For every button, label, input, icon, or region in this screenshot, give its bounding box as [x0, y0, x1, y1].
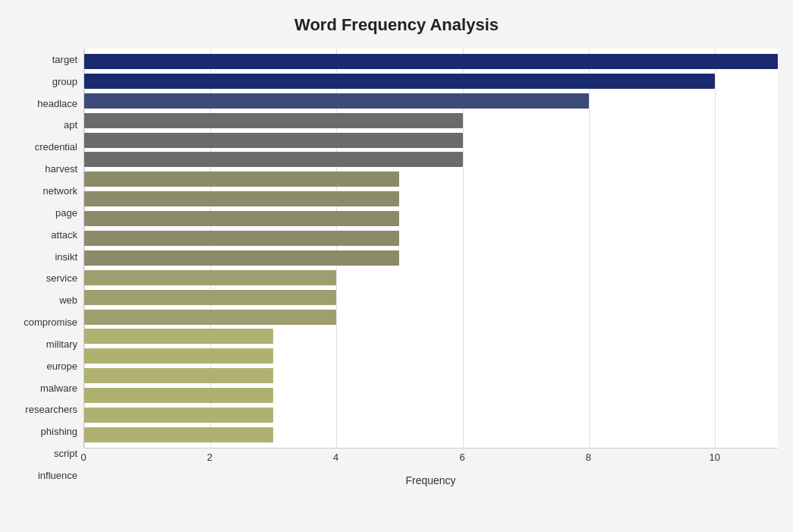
bar-credential — [84, 133, 463, 148]
bar-row-influence — [84, 427, 778, 443]
y-label-service: service — [46, 269, 77, 288]
y-label-web: web — [59, 291, 77, 310]
bar-europe — [84, 329, 273, 344]
y-label-researchers: researchers — [25, 401, 77, 419]
y-labels: targetgroupheadlaceaptcredentialharvestn… — [15, 49, 83, 486]
bar-row-europe — [84, 328, 778, 345]
y-label-military: military — [46, 335, 77, 353]
y-label-script: script — [54, 445, 77, 463]
bar-attack — [84, 211, 399, 226]
bar-row-researchers — [84, 367, 778, 384]
x-axis-title: Frequency — [83, 474, 778, 486]
bars-container — [84, 49, 778, 448]
bar-row-harvest — [84, 151, 778, 168]
bar-malware — [84, 348, 273, 364]
bar-row-credential — [84, 132, 778, 149]
bar-headlace — [84, 93, 589, 109]
bar-page — [84, 191, 399, 206]
x-tick-0: 0 — [80, 452, 86, 463]
bar-script — [84, 408, 273, 423]
bar-web — [84, 270, 336, 285]
bar-row-script — [84, 407, 778, 423]
bar-row-attack — [84, 210, 778, 227]
y-label-target: target — [52, 50, 77, 68]
bar-row-page — [84, 190, 778, 207]
bar-influence — [84, 427, 273, 442]
y-label-phishing: phishing — [41, 423, 77, 441]
y-label-influence: influence — [38, 466, 77, 484]
bar-row-apt — [84, 112, 778, 129]
y-label-network: network — [42, 181, 77, 200]
bar-row-group — [84, 73, 778, 90]
bar-row-web — [84, 269, 778, 286]
bar-row-target — [84, 53, 778, 70]
chart-title: Word Frequency Analysis — [294, 15, 499, 35]
y-label-page: page — [55, 203, 77, 222]
bar-phishing — [84, 388, 273, 403]
bar-compromise — [84, 290, 336, 305]
bar-row-compromise — [84, 289, 778, 306]
y-label-group: group — [52, 72, 77, 90]
x-tick-6: 6 — [459, 452, 464, 463]
x-tick-4: 4 — [333, 452, 338, 463]
x-axis-labels: 0246810 — [83, 452, 778, 470]
bar-apt — [84, 113, 463, 128]
y-label-europe: europe — [47, 357, 77, 375]
chart-area: targetgroupheadlaceaptcredentialharvestn… — [15, 49, 778, 486]
y-label-compromise: compromise — [24, 313, 77, 332]
bar-insikt — [84, 231, 399, 246]
x-tick-8: 8 — [586, 452, 591, 463]
y-label-apt: apt — [64, 116, 77, 134]
y-label-headlace: headlace — [37, 94, 77, 112]
bar-row-phishing — [84, 387, 778, 404]
bar-target — [84, 54, 778, 69]
bar-row-network — [84, 171, 778, 187]
bars-and-grid: 0246810 Frequency — [83, 49, 778, 486]
y-label-malware: malware — [40, 379, 77, 397]
bar-group — [84, 74, 715, 89]
x-tick-2: 2 — [207, 452, 212, 463]
y-label-insikt: insikt — [55, 247, 77, 266]
y-label-credential: credential — [35, 138, 77, 156]
bar-researchers — [84, 368, 273, 383]
bar-row-military — [84, 309, 778, 326]
bar-row-insikt — [84, 230, 778, 247]
bar-row-headlace — [84, 93, 778, 109]
grid-and-bars — [83, 49, 778, 449]
y-label-harvest: harvest — [45, 160, 77, 178]
x-tick-10: 10 — [710, 452, 720, 463]
bar-row-malware — [84, 348, 778, 364]
x-label-container: 0246810 Frequency — [83, 449, 778, 486]
bar-harvest — [84, 152, 463, 167]
chart-container: Word Frequency Analysis targetgroupheadl… — [0, 0, 793, 532]
bar-row-service — [84, 250, 778, 266]
bar-service — [84, 250, 399, 266]
y-label-attack: attack — [51, 225, 77, 244]
bar-network — [84, 172, 399, 187]
bar-military — [84, 310, 336, 325]
